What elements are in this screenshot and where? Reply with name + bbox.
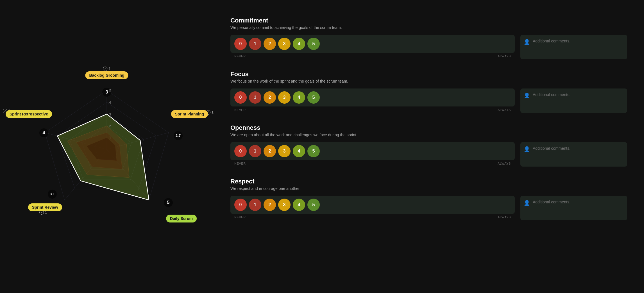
commitment-btn-0[interactable]: 0 — [234, 38, 247, 50]
focus-always-label: ALWAYS — [498, 108, 511, 112]
focus-rating-block: 0 1 2 3 4 5 NEVER ALWAYS — [230, 88, 515, 112]
backlog-badge-count: 1 — [108, 67, 110, 71]
commitment-always-label: ALWAYS — [498, 54, 511, 58]
focus-desc: We focus on the work of the sprint and t… — [230, 79, 627, 83]
sprint-planning-label: Sprint Planning — [171, 110, 208, 118]
focus-btn-1[interactable]: 1 — [249, 91, 261, 104]
section-respect: Respect We respect and encourage one ano… — [230, 178, 627, 220]
badge-check-icon: ✓ — [103, 67, 107, 71]
respect-btn-4[interactable]: 4 — [293, 199, 305, 211]
radar-panel: .grid-line { fill: none; stroke: #334; s… — [0, 0, 214, 293]
respect-rating-block: 0 1 2 3 4 5 NEVER ALWAYS — [230, 196, 515, 219]
commitment-btn-3[interactable]: 3 — [278, 38, 291, 50]
openness-btn-4[interactable]: 4 — [293, 145, 305, 157]
openness-rating-buttons: 0 1 2 3 4 5 — [230, 142, 515, 160]
respect-always-label: ALWAYS — [498, 215, 511, 219]
focus-btn-4[interactable]: 4 — [293, 91, 305, 104]
openness-never-label: NEVER — [234, 162, 246, 165]
respect-btn-0[interactable]: 0 — [234, 199, 247, 211]
daily-scrum-label: Daily Scrum — [166, 215, 197, 222]
section-openness: Openness We are open about all the work … — [230, 124, 627, 167]
openness-btn-0[interactable]: 0 — [234, 145, 247, 157]
respect-never-label: NEVER — [234, 215, 246, 219]
commitment-rating-block: 0 1 2 3 4 5 NEVER ALWAYS — [230, 35, 515, 58]
section-commitment: Commitment We personally commit to achie… — [230, 17, 627, 59]
svg-text:4: 4 — [109, 100, 111, 105]
backlog-label: Backlog Grooming — [85, 71, 128, 79]
commitment-btn-4[interactable]: 4 — [293, 38, 305, 50]
radar-chart: .grid-line { fill: none; stroke: #334; s… — [22, 48, 191, 245]
value-left: 4 — [39, 128, 48, 137]
respect-comment-block: 👤 — [520, 196, 627, 220]
svg-text:1: 1 — [109, 136, 111, 140]
focus-rating-buttons: 0 1 2 3 4 5 — [230, 88, 515, 106]
commitment-rating-buttons: 0 1 2 3 4 5 — [230, 35, 515, 53]
value-bottom-right: 5 — [164, 198, 173, 207]
section-focus: Focus We focus on the work of the sprint… — [230, 71, 627, 113]
openness-btn-2[interactable]: 2 — [264, 145, 276, 157]
respect-btn-5[interactable]: 5 — [307, 199, 320, 211]
focus-btn-0[interactable]: 0 — [234, 91, 247, 104]
respect-btn-1[interactable]: 1 — [249, 199, 261, 211]
backlog-badge: ✓ 1 — [103, 67, 110, 71]
openness-always-label: ALWAYS — [498, 162, 511, 165]
focus-rating-labels: NEVER ALWAYS — [230, 108, 515, 112]
focus-btn-3[interactable]: 3 — [278, 91, 291, 104]
commitment-title: Commitment — [230, 17, 627, 24]
value-bottom-left: 3.1 — [48, 190, 57, 199]
openness-title: Openness — [230, 124, 627, 131]
focus-body: 0 1 2 3 4 5 NEVER ALWAYS 👤 — [230, 88, 627, 113]
respect-desc: We respect and encourage one another. — [230, 186, 627, 191]
respect-rating-buttons: 0 1 2 3 4 5 — [230, 196, 515, 214]
commitment-never-label: NEVER — [234, 54, 246, 58]
respect-btn-2[interactable]: 2 — [264, 199, 276, 211]
commitment-comment-block: 👤 — [520, 35, 627, 59]
right-panel: Commitment We personally commit to achie… — [214, 0, 644, 293]
openness-desc: We are open about all the work and chall… — [230, 133, 627, 137]
focus-comment-block: 👤 — [520, 88, 627, 113]
sprint-planning-badge-count: 1 — [212, 110, 214, 114]
sprint-review-label: Sprint Review — [28, 203, 62, 211]
openness-comment-block: 👤 — [520, 142, 627, 167]
openness-rating-labels: NEVER ALWAYS — [230, 162, 515, 165]
commitment-body: 0 1 2 3 4 5 NEVER ALWAYS 👤 — [230, 35, 627, 59]
openness-btn-3[interactable]: 3 — [278, 145, 291, 157]
commitment-comment-input[interactable] — [533, 38, 624, 56]
openness-rating-block: 0 1 2 3 4 5 NEVER ALWAYS — [230, 142, 515, 165]
openness-btn-5[interactable]: 5 — [307, 145, 320, 157]
respect-btn-3[interactable]: 3 — [278, 199, 291, 211]
value-right: 2.7 — [174, 131, 183, 140]
focus-title: Focus — [230, 71, 627, 78]
sprint-retro-label: Sprint Retrospective — [6, 110, 52, 118]
focus-btn-5[interactable]: 5 — [307, 91, 320, 104]
commitment-btn-1[interactable]: 1 — [249, 38, 261, 50]
respect-comment-icon: 👤 — [524, 200, 530, 206]
focus-btn-2[interactable]: 2 — [264, 91, 276, 104]
openness-btn-1[interactable]: 1 — [249, 145, 261, 157]
respect-body: 0 1 2 3 4 5 NEVER ALWAYS 👤 — [230, 196, 627, 220]
commitment-rating-labels: NEVER ALWAYS — [230, 54, 515, 58]
value-top: 3 — [102, 88, 111, 97]
focus-never-label: NEVER — [234, 108, 246, 112]
openness-body: 0 1 2 3 4 5 NEVER ALWAYS 👤 — [230, 142, 627, 167]
commitment-btn-2[interactable]: 2 — [264, 38, 276, 50]
svg-text:3: 3 — [109, 112, 111, 116]
respect-rating-labels: NEVER ALWAYS — [230, 215, 515, 219]
commitment-btn-5[interactable]: 5 — [307, 38, 320, 50]
focus-comment-icon: 👤 — [524, 92, 530, 99]
respect-comment-input[interactable] — [533, 199, 624, 217]
commitment-comment-icon: 👤 — [524, 39, 530, 45]
commitment-desc: We personally commit to achieving the go… — [230, 25, 627, 30]
openness-comment-icon: 👤 — [524, 146, 530, 152]
respect-title: Respect — [230, 178, 627, 185]
focus-comment-input[interactable] — [533, 92, 624, 110]
openness-comment-input[interactable] — [533, 146, 624, 163]
svg-text:2: 2 — [109, 124, 111, 128]
